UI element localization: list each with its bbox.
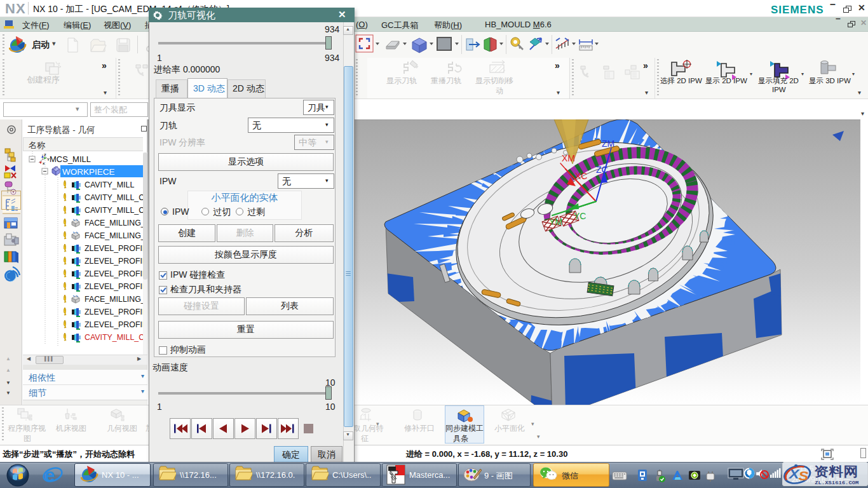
svg-text:XM: XM — [562, 153, 575, 163]
svg-text:WORKPIECE: WORKPIECE — [62, 167, 115, 177]
svg-text:ZL.XS1616.COM: ZL.XS1616.COM — [815, 480, 858, 485]
svg-text:ZLEVEL_PROFILE: ZLEVEL_PROFILE — [85, 269, 147, 278]
svg-text:ZLEVEL_PROFILE: ZLEVEL_PROFILE — [85, 244, 147, 253]
svg-text:CAVITY_MILL_C..: CAVITY_MILL_C.. — [85, 193, 147, 202]
svg-text:CAVITY_MILL_C..: CAVITY_MILL_C.. — [85, 333, 147, 342]
svg-text:YM: YM — [549, 217, 562, 227]
svg-text:Z: Z — [44, 153, 46, 157]
svg-text:FACE_MILLING_..: FACE_MILLING_.. — [85, 219, 147, 227]
svg-text:S: S — [799, 468, 809, 483]
svg-text:YC: YC — [574, 211, 586, 221]
svg-text:ZM: ZM — [602, 139, 614, 149]
svg-text:ZLEVEL_PROFILE: ZLEVEL_PROFILE — [85, 282, 147, 291]
svg-text:FACE_MILLING_..: FACE_MILLING_.. — [85, 295, 147, 304]
svg-text:XC: XC — [575, 171, 587, 181]
svg-text:CAVITY_MILL_C..: CAVITY_MILL_C.. — [85, 206, 147, 215]
svg-text:ZLEVEL_PROFILE: ZLEVEL_PROFILE — [85, 308, 147, 316]
svg-text:MCS_MILL: MCS_MILL — [50, 154, 91, 164]
svg-text:资料网: 资料网 — [814, 465, 858, 479]
svg-text:CAVITY_MILL: CAVITY_MILL — [85, 180, 134, 189]
svg-text:ZLEVEL_PROFILE: ZLEVEL_PROFILE — [85, 320, 147, 329]
svg-text:x: x — [43, 161, 45, 165]
svg-text:ZC: ZC — [596, 165, 608, 175]
svg-text:FACE_MILLING_..: FACE_MILLING_.. — [85, 231, 147, 240]
svg-text:ZLEVEL_PROFILE: ZLEVEL_PROFILE — [85, 257, 147, 266]
